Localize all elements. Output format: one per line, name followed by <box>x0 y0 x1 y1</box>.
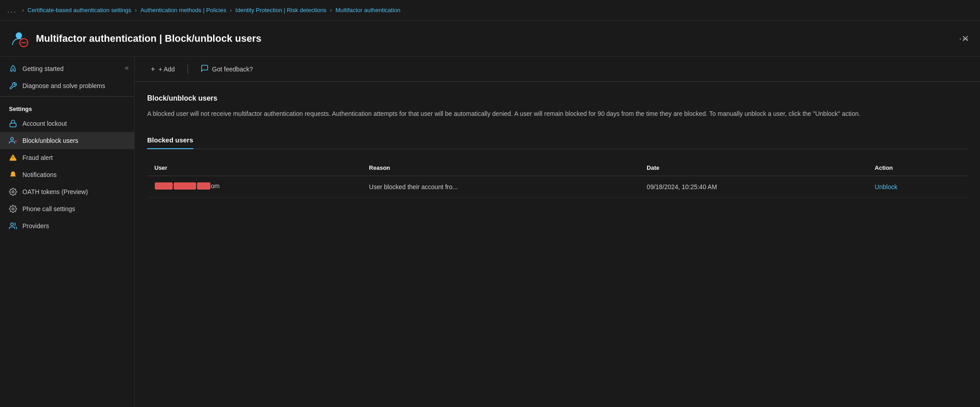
add-label: + Add <box>158 66 175 73</box>
wrench-icon <box>9 82 17 90</box>
date-cell: 09/18/2024, 10:25:40 AM <box>639 176 867 198</box>
sidebar-item-label-oath-tokens: OATH tokens (Preview) <box>22 188 88 195</box>
toolbar: + + Add Got feedback? <box>135 57 980 82</box>
main-layout: « Getting started Diagnose and solve pro… <box>0 57 980 407</box>
svg-point-3 <box>13 68 14 70</box>
sidebar-item-label-getting-started: Getting started <box>22 65 64 72</box>
lock-icon <box>9 119 17 128</box>
sidebar-item-diagnose[interactable]: Diagnose and solve problems <box>0 77 134 94</box>
svg-point-10 <box>12 191 14 193</box>
sidebar-collapse-button[interactable]: « <box>125 64 129 72</box>
feedback-button[interactable]: Got feedback? <box>197 62 257 75</box>
sidebar-item-label-diagnose: Diagnose and solve problems <box>22 82 105 89</box>
gear-icon-phone <box>9 205 17 213</box>
sidebar-item-label-account-lockout: Account lockout <box>22 120 67 127</box>
breadcrumb: ... › Certificate-based authentication s… <box>0 0 980 21</box>
sidebar-item-label-block-unblock: Block/unblock users <box>22 137 79 144</box>
email-suffix: om <box>211 182 219 190</box>
sidebar-item-providers[interactable]: Providers <box>0 217 134 234</box>
redact-bar-2 <box>174 182 196 190</box>
page-header: Multifactor authentication | Block/unblo… <box>0 21 980 57</box>
add-icon: + <box>151 65 155 73</box>
tab-bar: Blocked users <box>147 131 967 149</box>
sidebar: « Getting started Diagnose and solve pro… <box>0 57 135 407</box>
svg-point-5 <box>11 137 13 140</box>
redacted-email: om <box>154 182 219 190</box>
action-cell: Unblock <box>867 176 967 198</box>
col-date: Date <box>639 160 867 176</box>
breadcrumb-sep-2: › <box>230 7 232 13</box>
warning-icon <box>9 154 17 162</box>
sidebar-item-label-notifications: Notifications <box>22 171 57 178</box>
breadcrumb-sep-1: › <box>135 7 137 13</box>
breadcrumb-sep-3: › <box>330 7 332 13</box>
sidebar-divider <box>0 96 134 97</box>
reason-cell: User blocked their account fro... <box>362 176 639 198</box>
col-reason: Reason <box>362 160 639 176</box>
gear-icon-oath <box>9 188 17 196</box>
breadcrumb-sep-0: › <box>22 7 24 13</box>
content-area: + + Add Got feedback? Block/unblock user… <box>135 57 980 407</box>
rocket-icon <box>9 65 17 73</box>
blocked-users-table: User Reason Date Action om <box>147 160 967 198</box>
svg-point-11 <box>12 208 14 210</box>
table-row: om User blocked their account fro... 09/… <box>147 176 967 198</box>
sidebar-item-label-phone-call: Phone call settings <box>22 205 75 212</box>
sidebar-item-account-lockout[interactable]: Account lockout <box>0 115 134 132</box>
page-title: Multifactor authentication | Block/unblo… <box>36 33 954 44</box>
add-button[interactable]: + + Add <box>147 63 179 75</box>
svg-point-12 <box>11 223 13 226</box>
sidebar-item-getting-started[interactable]: Getting started <box>0 60 134 77</box>
sidebar-item-block-unblock[interactable]: Block/unblock users <box>0 132 134 149</box>
col-user: User <box>147 160 362 176</box>
redact-bar-1 <box>155 182 173 190</box>
feedback-icon <box>201 64 209 74</box>
feedback-label: Got feedback? <box>212 66 253 73</box>
breadcrumb-dots: ... <box>7 5 17 15</box>
content-body: Block/unblock users A blocked user will … <box>135 82 980 210</box>
user-block-icon <box>9 137 17 145</box>
tab-blocked-users[interactable]: Blocked users <box>147 132 193 149</box>
page-icon <box>11 30 29 48</box>
sidebar-item-oath-tokens[interactable]: OATH tokens (Preview) <box>0 183 134 200</box>
redact-bar-3 <box>197 182 210 190</box>
unblock-button[interactable]: Unblock <box>875 183 897 190</box>
section-description: A blocked user will not receive multifac… <box>147 109 865 119</box>
breadcrumb-item-0[interactable]: Certificate-based authentication setting… <box>27 7 131 13</box>
toolbar-separator <box>188 65 188 74</box>
svg-rect-4 <box>10 123 16 127</box>
sidebar-item-fraud-alert[interactable]: Fraud alert <box>0 149 134 166</box>
sidebar-item-notifications[interactable]: Notifications <box>0 166 134 183</box>
close-button[interactable]: ✕ <box>962 33 969 44</box>
bell-icon <box>9 171 17 179</box>
svg-point-0 <box>16 32 22 39</box>
col-action: Action <box>867 160 967 176</box>
settings-section-label: Settings <box>0 98 134 115</box>
sidebar-item-phone-call[interactable]: Phone call settings <box>0 200 134 217</box>
section-title: Block/unblock users <box>147 94 967 102</box>
breadcrumb-item-3[interactable]: Multifactor authentication <box>336 7 401 13</box>
providers-user-icon <box>9 222 17 230</box>
breadcrumb-item-2[interactable]: Identity Protection | Risk detections <box>236 7 327 13</box>
sidebar-item-label-providers: Providers <box>22 222 49 230</box>
sidebar-item-label-fraud-alert: Fraud alert <box>22 154 53 161</box>
table-header-row: User Reason Date Action <box>147 160 967 176</box>
breadcrumb-item-1[interactable]: Authentication methods | Policies <box>140 7 226 13</box>
user-cell: om <box>147 176 362 198</box>
